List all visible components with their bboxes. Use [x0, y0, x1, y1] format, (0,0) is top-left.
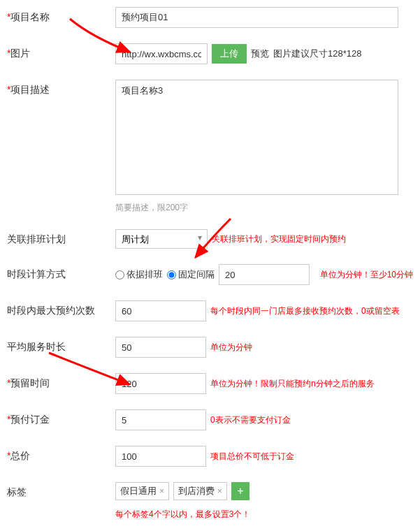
- row-schedule: 关联排班计划 周计划 关联排班计划，实现固定时间内预约: [7, 229, 420, 249]
- reserve-time-input[interactable]: [115, 373, 206, 394]
- radio-fixed[interactable]: 固定间隔: [167, 268, 215, 281]
- preview-link[interactable]: 预览: [251, 48, 269, 60]
- label-avg-duration: 平均服务时长: [7, 337, 115, 354]
- field-interval-mode: 依据排班 固定间隔 单位为分钟！至少10分钟: [115, 264, 420, 285]
- row-interval-mode: 时段计算方式 依据排班 固定间隔 单位为分钟！至少10分钟: [7, 264, 420, 285]
- radio-fixed-label: 固定间隔: [178, 268, 215, 281]
- row-avg-duration: 平均服务时长 单位为分钟: [7, 337, 420, 358]
- total-input[interactable]: [115, 446, 206, 467]
- image-hint: 图片建议尺寸128*128: [273, 48, 361, 60]
- field-image: 上传 预览 图片建议尺寸128*128: [115, 43, 420, 64]
- row-project-name: *项目名称: [7, 7, 420, 28]
- description-textarea[interactable]: 项目名称3: [115, 80, 398, 195]
- reservation-form: *项目名称 *图片 上传 预览 图片建议尺寸128*128 *项目描述 项目名称…: [0, 0, 420, 531]
- label-image: *图片: [7, 43, 115, 60]
- tag-remove-icon[interactable]: ×: [159, 486, 164, 496]
- tag-item: 假日通用 ×: [115, 482, 169, 500]
- label-reserve-time: *预留时间: [7, 373, 115, 390]
- upload-button[interactable]: 上传: [212, 44, 247, 64]
- field-max-times: 每个时段内同一门店最多接收预约次数，0或留空表: [115, 300, 420, 321]
- radio-by-schedule-label: 依据排班: [126, 268, 163, 281]
- schedule-select-wrap: 周计划: [115, 229, 208, 249]
- row-image: *图片 上传 预览 图片建议尺寸128*128: [7, 43, 420, 64]
- interval-hint: 单位为分钟！至少10分钟: [320, 269, 413, 281]
- field-tags: 假日通用 × 到店消费 × + 每个标签4个字以内，最多设置3个！: [115, 482, 420, 521]
- tag-item: 到店消费 ×: [173, 482, 227, 500]
- radio-by-schedule[interactable]: 依据排班: [115, 268, 163, 281]
- label-total: *总价: [7, 446, 115, 463]
- avg-duration-hint: 单位为分钟: [210, 342, 252, 354]
- row-total: *总价 项目总价不可低于订金: [7, 446, 420, 467]
- field-project-name: [115, 7, 420, 28]
- label-tags: 标签: [7, 482, 115, 499]
- label-schedule: 关联排班计划: [7, 229, 115, 246]
- avg-duration-input[interactable]: [115, 337, 206, 358]
- field-avg-duration: 单位为分钟: [115, 337, 420, 358]
- tags-hint: 每个标签4个字以内，最多设置3个！: [115, 509, 250, 521]
- interval-value-input[interactable]: [219, 264, 310, 285]
- total-hint: 项目总价不可低于订金: [210, 451, 294, 463]
- row-tags: 标签 假日通用 × 到店消费 × + 每个标签4个字以内，最多设置3个！: [7, 482, 420, 521]
- radio-by-schedule-input[interactable]: [115, 270, 124, 279]
- deposit-input[interactable]: [115, 409, 206, 430]
- project-name-input[interactable]: [115, 7, 398, 28]
- tag-text: 假日通用: [120, 485, 157, 497]
- description-hint: 简要描述，限200字: [115, 202, 188, 214]
- row-description: *项目描述 项目名称3 简要描述，限200字: [7, 80, 420, 214]
- field-total: 项目总价不可低于订金: [115, 446, 420, 467]
- field-schedule: 周计划 关联排班计划，实现固定时间内预约: [115, 229, 420, 249]
- label-project-name: *项目名称: [7, 7, 115, 24]
- reserve-time-hint: 单位为分钟！限制只能预约n分钟之后的服务: [210, 378, 375, 390]
- max-times-input[interactable]: [115, 300, 206, 321]
- row-reserve-time: *预留时间 单位为分钟！限制只能预约n分钟之后的服务: [7, 373, 420, 394]
- label-deposit: *预付订金: [7, 409, 115, 426]
- label-description: *项目描述: [7, 80, 115, 96]
- schedule-hint: 关联排班计划，实现固定时间内预约: [212, 233, 346, 245]
- radio-fixed-input[interactable]: [167, 270, 176, 279]
- field-reserve-time: 单位为分钟！限制只能预约n分钟之后的服务: [115, 373, 420, 394]
- max-times-hint: 每个时段内同一门店最多接收预约次数，0或留空表: [210, 305, 400, 317]
- deposit-hint: 0表示不需要支付订金: [210, 414, 291, 426]
- schedule-select[interactable]: 周计划: [115, 229, 208, 249]
- image-url-input[interactable]: [115, 43, 208, 64]
- field-description: 项目名称3 简要描述，限200字: [115, 80, 420, 214]
- field-deposit: 0表示不需要支付订金: [115, 409, 420, 430]
- add-tag-button[interactable]: +: [231, 482, 249, 500]
- row-max-times: 时段内最大预约次数 每个时段内同一门店最多接收预约次数，0或留空表: [7, 300, 420, 321]
- label-interval-mode: 时段计算方式: [7, 264, 115, 281]
- tag-text: 到店消费: [178, 485, 215, 497]
- label-max-times: 时段内最大预约次数: [7, 300, 115, 317]
- tag-remove-icon[interactable]: ×: [217, 486, 222, 496]
- row-deposit: *预付订金 0表示不需要支付订金: [7, 409, 420, 430]
